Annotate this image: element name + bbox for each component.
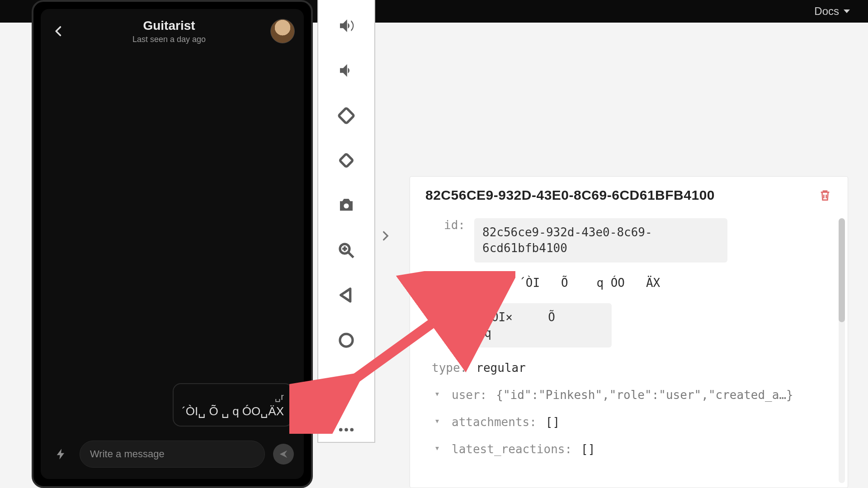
user-value: {"id":"Pinkesh","role":"user","created_a… <box>496 388 793 402</box>
home-nav-icon <box>337 331 356 350</box>
volume-down-button[interactable] <box>334 58 359 82</box>
field-label: user: <box>452 388 487 402</box>
camera-icon <box>337 196 356 215</box>
field-row-html: html: ´ÒI× Õ q <box>432 303 826 347</box>
chevron-down-icon <box>844 9 850 13</box>
field-label: type: <box>432 361 467 375</box>
caret-icon: ▾ <box>432 442 443 453</box>
field-row-id: id: 82c56ce9-932d-43e0-8c69-6cd61bfb4100 <box>432 218 826 263</box>
zoom-in-icon <box>337 241 356 260</box>
chat-title-wrap: Guitarist Last seen a day ago <box>76 19 262 44</box>
latest-reactions-value: [] <box>581 442 595 456</box>
more-button[interactable] <box>334 418 359 442</box>
caret-icon: ▾ <box>432 415 443 426</box>
composer: Write a message <box>41 437 304 479</box>
svg-rect-8 <box>341 380 352 391</box>
message-input[interactable]: Write a message <box>80 441 265 468</box>
field-row-type: type: regular <box>432 361 826 375</box>
field-label: html: <box>432 303 467 317</box>
more-icon <box>337 420 356 439</box>
rotate-left-button[interactable] <box>334 103 359 127</box>
message-input-placeholder: Write a message <box>90 448 165 460</box>
message-detail-panel: 82C56CE9-932D-43E0-8C69-6CD61BFB4100 id:… <box>410 176 848 488</box>
id-value[interactable]: 82c56ce9-932d-43e0-8c69-6cd61bfb4100 <box>474 218 727 263</box>
send-icon <box>278 449 288 459</box>
volume-up-icon <box>337 16 356 35</box>
panel-body: id: 82c56ce9-932d-43e0-8c69-6cd61bfb4100… <box>410 214 848 488</box>
nav-back-button[interactable] <box>334 283 359 307</box>
field-row-user[interactable]: ▾ user: {"id":"Pinkesh","role":"user","c… <box>432 388 826 402</box>
emulator-screen: Guitarist Last seen a day ago ␣r ´ÒI␣ Õ … <box>41 9 304 479</box>
svg-point-9 <box>339 428 343 432</box>
message-line-1: ␣r <box>182 390 284 403</box>
svg-rect-0 <box>339 108 354 123</box>
message-bubble[interactable]: ␣r ´ÒI␣ Õ ␣ q ÓO␣ÄX <box>173 383 293 427</box>
scrollbar-thumb[interactable] <box>839 218 845 322</box>
back-nav-icon <box>337 286 356 305</box>
volume-down-icon <box>337 61 356 80</box>
field-row-attachments[interactable]: ▾ attachments: [] <box>432 415 826 429</box>
nav-recents-button[interactable] <box>334 373 359 397</box>
avatar[interactable] <box>270 19 295 43</box>
svg-point-2 <box>344 203 349 208</box>
svg-point-10 <box>344 428 348 432</box>
svg-point-11 <box>350 428 354 432</box>
html-value[interactable]: ´ÒI× Õ q <box>476 303 612 347</box>
screenshot-button[interactable] <box>334 193 359 217</box>
svg-rect-1 <box>340 154 353 167</box>
text-value: r ´ÒI Õ q ÓO ÄX <box>476 276 660 290</box>
volume-up-button[interactable] <box>334 14 359 38</box>
chevron-left-icon <box>52 25 65 38</box>
field-row-text: text: r ´ÒI Õ q ÓO ÄX <box>432 276 826 290</box>
type-value: regular <box>476 361 526 375</box>
panel-title: 82C56CE9-932D-43E0-8C69-6CD61BFB4100 <box>425 188 715 203</box>
send-button[interactable] <box>273 444 294 465</box>
zoom-in-button[interactable] <box>334 238 359 262</box>
commands-button[interactable] <box>51 444 71 465</box>
nav-home-button[interactable] <box>334 328 359 352</box>
svg-line-4 <box>349 253 354 258</box>
chevron-right-icon <box>380 230 392 242</box>
messages-area[interactable]: ␣r ´ÒI␣ Õ ␣ q ÓO␣ÄX <box>41 53 304 437</box>
caret-icon: ▾ <box>432 388 443 399</box>
bolt-icon <box>55 448 67 460</box>
attachments-value: [] <box>546 415 560 429</box>
trash-icon <box>818 188 832 202</box>
rotate-left-icon <box>337 106 356 125</box>
field-label: latest_reactions: <box>452 442 572 456</box>
docs-dropdown[interactable]: Docs <box>814 5 850 18</box>
chat-title: Guitarist <box>76 19 262 33</box>
emulator-controls <box>317 0 375 443</box>
field-label: text: <box>432 276 467 290</box>
field-label: id: <box>432 218 465 232</box>
field-label: attachments: <box>452 415 537 429</box>
panel-header: 82C56CE9-932D-43E0-8C69-6CD61BFB4100 <box>410 177 848 214</box>
chat-subtitle: Last seen a day ago <box>76 35 262 44</box>
field-row-latest-reactions[interactable]: ▾ latest_reactions: [] <box>432 442 826 456</box>
back-button[interactable] <box>50 25 68 38</box>
svg-point-7 <box>340 334 353 347</box>
rotate-right-icon <box>337 151 356 170</box>
docs-label: Docs <box>814 5 839 18</box>
emulator-device-frame: Guitarist Last seen a day ago ␣r ´ÒI␣ Õ … <box>32 0 313 488</box>
rotate-right-button[interactable] <box>334 148 359 172</box>
message-line-2: ´ÒI␣ Õ ␣ q ÓO␣ÄX <box>182 403 284 419</box>
expand-chevron[interactable] <box>380 230 392 245</box>
chat-header: Guitarist Last seen a day ago <box>41 9 304 53</box>
recents-nav-icon <box>337 375 356 394</box>
delete-button[interactable] <box>818 188 832 202</box>
